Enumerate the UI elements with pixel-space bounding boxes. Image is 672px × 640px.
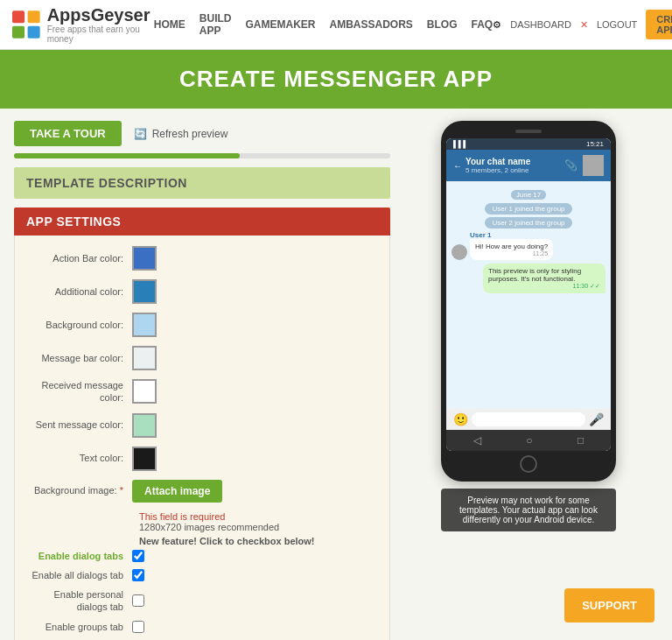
- svg-rect-3: [28, 26, 40, 39]
- progress-bar: [14, 153, 390, 158]
- nav-recent-icon: □: [578, 434, 584, 447]
- phone-nav-bar: ◁ ○ □: [446, 430, 611, 451]
- additional-color-swatch[interactable]: [132, 279, 157, 304]
- create-app-button[interactable]: CREATE APP: [646, 10, 672, 39]
- nav-faq[interactable]: FAQ: [472, 18, 494, 31]
- main-content: TAKE A TOUR 🔄 Refresh preview TEMPLATE D…: [0, 109, 672, 640]
- svg-rect-0: [12, 11, 24, 23]
- tour-section: TAKE A TOUR 🔄 Refresh preview: [14, 121, 390, 146]
- top-nav: HOME BUILD APP GAMEMAKER AMBASSADORS BLO…: [154, 12, 493, 37]
- phone-bottom-bar: 🙂 🎤: [446, 409, 611, 430]
- nav-blog[interactable]: BLOG: [427, 18, 458, 31]
- chat-name: Your chat name: [466, 157, 530, 166]
- close-icon: ✕: [580, 19, 588, 31]
- new-feature-text: New feature! Click to checkbox below!: [139, 536, 377, 546]
- enable-dialog-tabs-label: Enable dialog tabs: [27, 550, 132, 562]
- right-panel: ▌▌▌ 15:21 ← Your chat name 5 members, 2 …: [390, 121, 658, 640]
- msg-time-received: 11:25: [475, 250, 548, 257]
- message-input-area: [472, 412, 585, 426]
- system-msg-1: User 1 joined the group: [485, 203, 571, 215]
- status-time: 15:21: [586, 140, 604, 148]
- app-settings-header: APP SETTINGS: [14, 207, 390, 236]
- received-message: User 1 Hi! How are you doing? 11:25: [452, 231, 606, 260]
- dashboard-link[interactable]: DASHBOARD: [510, 19, 571, 30]
- msg-text-sent: This preview is only for styling purpose…: [483, 264, 606, 293]
- received-message-color-label: Received message color:: [27, 379, 132, 404]
- mic-icon: 🎤: [589, 412, 604, 426]
- logo-name: AppsGeyser: [47, 5, 154, 25]
- enable-personal-dialogs-checkbox[interactable]: [132, 594, 144, 607]
- error-section: This field is required 1280x720 images r…: [136, 511, 377, 546]
- attach-image-button[interactable]: Attach image: [132, 480, 222, 503]
- chat-body: June 17 User 1 joined the group User 2 j…: [446, 181, 611, 409]
- background-color-swatch[interactable]: [132, 313, 157, 337]
- msg-text-received: Hi! How are you doing? 11:25: [470, 239, 553, 260]
- background-image-row: Background image: * Attach image: [27, 480, 377, 503]
- phone-status-bar: ▌▌▌ 15:21: [446, 138, 611, 150]
- delivered-icon: ✓✓: [590, 283, 600, 289]
- action-bar-color-label: Action Bar color:: [27, 252, 132, 264]
- enable-groups-checkbox[interactable]: [132, 621, 144, 633]
- attachment-icon: 📎: [564, 159, 578, 172]
- error-text: This field is required: [139, 511, 377, 522]
- nav-home-icon: ○: [526, 434, 532, 447]
- additional-color-label: Additional color:: [27, 285, 132, 298]
- logo-area: AppsGeyser Free apps that earn you money: [12, 5, 154, 44]
- top-bar: AppsGeyser Free apps that earn you money…: [0, 0, 672, 50]
- sent-message-container: This preview is only for styling purpose…: [452, 264, 606, 293]
- support-button[interactable]: SUPPORT: [564, 588, 654, 622]
- left-panel: TAKE A TOUR 🔄 Refresh preview TEMPLATE D…: [14, 121, 390, 640]
- refresh-label: Refresh preview: [152, 128, 228, 140]
- text-color-label: Text color:: [27, 452, 132, 464]
- svg-rect-2: [12, 26, 24, 39]
- system-msg-2: User 2 joined the group: [485, 217, 571, 229]
- phone-screen: ▌▌▌ 15:21 ← Your chat name 5 members, 2 …: [446, 138, 611, 451]
- nav-gamemaker[interactable]: GAMEMAKER: [246, 18, 316, 31]
- enable-personal-dialogs-label: Enable personal dialogs tab: [27, 588, 132, 614]
- take-a-tour-button[interactable]: TAKE A TOUR: [14, 121, 122, 146]
- nav-ambassadors[interactable]: AMBASSADORS: [330, 18, 413, 31]
- emoji-icon: 🙂: [453, 412, 468, 426]
- msg-sender: User 1: [470, 231, 553, 239]
- action-bar-color-swatch[interactable]: [132, 246, 157, 271]
- phone-speaker: [515, 130, 542, 133]
- refresh-icon: 🔄: [134, 128, 147, 140]
- text-color-row: Text color:: [27, 447, 377, 471]
- date-text: June 17: [511, 190, 546, 200]
- sender-avatar: [452, 244, 467, 260]
- background-color-row: Background color:: [27, 313, 377, 337]
- sent-message-color-swatch[interactable]: [132, 413, 157, 438]
- text-color-swatch[interactable]: [132, 447, 157, 471]
- date-badge: June 17: [452, 186, 606, 200]
- enable-groups-row: Enable groups tab: [27, 621, 377, 633]
- logo-tagline: Free apps that earn you money: [47, 25, 154, 44]
- sent-message-color-label: Sent message color:: [27, 418, 132, 431]
- svg-rect-1: [28, 11, 40, 23]
- preview-note: Preview may not work for some templates.…: [441, 489, 616, 531]
- logo-text: AppsGeyser Free apps that earn you money: [47, 5, 154, 44]
- chat-subtitle: 5 members, 2 online: [466, 166, 530, 174]
- message-bar-color-swatch[interactable]: [132, 346, 157, 370]
- hint-text: 1280x720 images recommended: [139, 522, 377, 532]
- sent-message-color-row: Sent message color:: [27, 413, 377, 438]
- enable-personal-dialogs-row: Enable personal dialogs tab: [27, 588, 377, 614]
- back-icon: ←: [453, 161, 462, 171]
- template-description-label: TEMPLATE DESCRIPTION: [26, 176, 378, 190]
- app-settings-label: APP SETTINGS: [26, 215, 378, 229]
- nav-home[interactable]: HOME: [154, 18, 186, 31]
- enable-dialog-tabs-row: Enable dialog tabs: [27, 550, 377, 562]
- refresh-preview-button[interactable]: 🔄 Refresh preview: [134, 128, 228, 140]
- enable-dialog-tabs-checkbox[interactable]: [132, 550, 144, 562]
- avatar: [583, 155, 604, 176]
- template-description-box: TEMPLATE DESCRIPTION: [14, 167, 390, 199]
- received-message-color-swatch[interactable]: [132, 379, 157, 404]
- action-bar-color-row: Action Bar color:: [27, 246, 377, 271]
- background-color-label: Background color:: [27, 319, 132, 331]
- enable-all-dialogs-checkbox[interactable]: [132, 569, 144, 581]
- nav-build[interactable]: BUILD APP: [200, 12, 232, 37]
- chat-header: ← Your chat name 5 members, 2 online 📎: [446, 150, 611, 181]
- dashboard-icon: ⚙: [493, 19, 501, 31]
- logout-link[interactable]: LOGOUT: [597, 19, 637, 30]
- msg-time-sent: 11:30 ✓✓: [488, 283, 600, 290]
- msg-bubble-received: User 1 Hi! How are you doing? 11:25: [470, 231, 553, 260]
